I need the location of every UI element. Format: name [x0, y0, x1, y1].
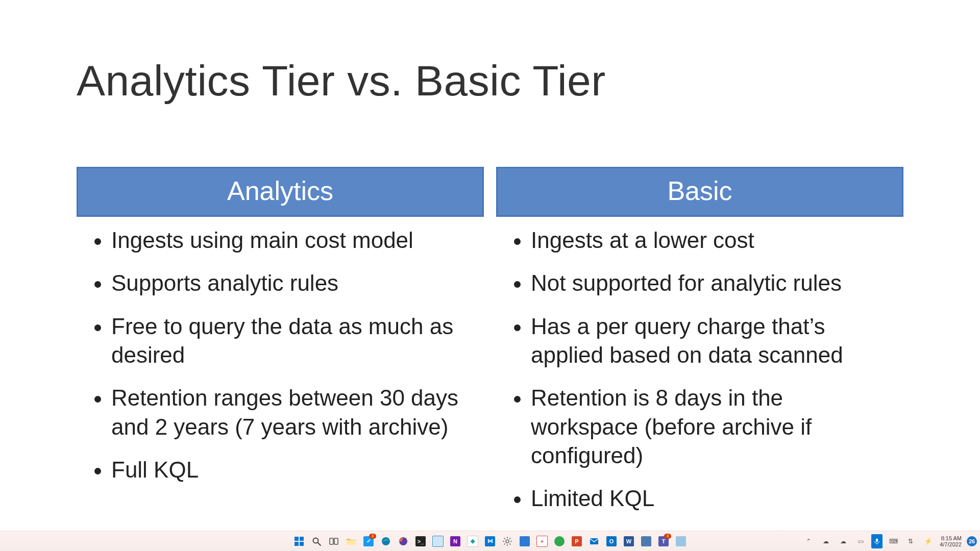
tray-voice-typing[interactable] — [871, 534, 883, 548]
microphone-icon — [873, 538, 880, 545]
taskbar-app-snip[interactable]: + — [535, 535, 549, 548]
start-button[interactable] — [292, 535, 306, 548]
power-icon: ⚡ — [924, 538, 932, 545]
bullet-item: Ingests using main cost model — [111, 226, 479, 255]
network-icon: ⇅ — [908, 538, 913, 545]
windows-taskbar: ✓ 3 >_ N ◆ ⋈ — [0, 531, 980, 551]
taskbar-app-outlook[interactable]: O — [605, 535, 618, 548]
keyboard-icon: ⌨ — [889, 538, 898, 545]
svg-rect-0 — [295, 537, 299, 541]
cloud-icon: ☁ — [823, 538, 829, 545]
clock-date: 4/7/2022 — [940, 541, 962, 547]
search-icon — [311, 536, 322, 546]
svg-line-5 — [318, 543, 321, 545]
windows-icon — [294, 536, 304, 546]
svg-rect-8 — [347, 540, 356, 545]
taskbar-app-mail[interactable] — [587, 535, 601, 548]
taskbar-app-word[interactable]: W — [622, 535, 635, 548]
svg-point-4 — [313, 538, 318, 543]
search-button[interactable] — [310, 535, 323, 548]
app-letter: ⋈ — [487, 538, 493, 544]
svg-point-9 — [382, 537, 390, 545]
taskbar-app-window-swap[interactable] — [674, 535, 688, 548]
app-letter: O — [609, 538, 614, 544]
bullet-item: Retention ranges between 30 days and 2 y… — [111, 384, 479, 441]
clock-time: 8:15 AM — [940, 535, 962, 541]
taskbar-app-photos[interactable] — [518, 535, 531, 548]
app-letter: P — [575, 538, 578, 544]
bullet-item: Has a per query charge that’s applied ba… — [531, 312, 898, 370]
app-letter: N — [453, 538, 457, 544]
taskbar-app-onenote[interactable]: N — [449, 535, 462, 548]
file-explorer-button[interactable] — [345, 535, 358, 548]
svg-rect-1 — [300, 537, 304, 541]
tray-network[interactable]: ⇅ — [904, 535, 917, 548]
edge-icon — [381, 536, 391, 546]
notification-count: 26 — [969, 538, 975, 544]
app-letter: ◆ — [471, 538, 475, 544]
tray-touch-keyboard[interactable]: ⌨ — [887, 535, 900, 548]
app-badge: 3 — [369, 534, 376, 539]
taskbar-clock[interactable]: 8:15 AM 4/7/2022 — [939, 535, 963, 547]
column-header-analytics: Analytics — [77, 167, 484, 217]
bullet-item: Limited KQL — [531, 484, 898, 513]
gear-icon — [502, 536, 512, 546]
tray-show-hidden-button[interactable]: ⌃ — [802, 535, 815, 548]
firefox-icon — [398, 536, 408, 546]
taskbar-app-calculator[interactable] — [640, 535, 653, 548]
column-body-basic: Ingests at a lower cost Not supported fo… — [496, 217, 903, 528]
bullet-item: Full KQL — [111, 456, 479, 484]
slide-title: Analytics Tier vs. Basic Tier — [77, 56, 903, 106]
taskbar-app-edge[interactable] — [379, 535, 393, 548]
taskbar-app-teams[interactable]: T 3 — [657, 535, 670, 548]
tray-power-mode[interactable]: ⚡ — [921, 535, 935, 548]
chevron-up-icon: ⌃ — [806, 538, 811, 545]
svg-rect-2 — [295, 542, 299, 546]
svg-line-18 — [509, 538, 510, 539]
comparison-grid: Analytics Ingests using main cost model … — [77, 167, 903, 528]
bullet-item: Supports analytic rules — [111, 269, 479, 297]
taskbar-app-power-automate[interactable]: ◆ — [466, 535, 479, 548]
battery-icon: ▭ — [858, 538, 864, 545]
bullet-item: Not supported for analytic rules — [531, 269, 898, 297]
svg-line-16 — [504, 538, 505, 539]
svg-point-11 — [506, 540, 509, 543]
taskbar-app-todo[interactable]: ✓ 3 — [362, 535, 375, 548]
task-view-button[interactable] — [327, 535, 340, 548]
folder-icon — [346, 536, 356, 546]
notifications-button[interactable]: 26 — [967, 536, 977, 546]
taskbar-center: ✓ 3 >_ N ◆ ⋈ — [292, 531, 688, 551]
svg-line-17 — [509, 543, 510, 544]
column-basic: Basic Ingests at a lower cost Not suppor… — [496, 167, 903, 528]
taskbar-app-maps[interactable] — [553, 535, 566, 548]
app-letter: T — [662, 538, 666, 544]
taskbar-app-vscode[interactable]: ⋈ — [483, 535, 497, 548]
bullet-item: Ingests at a lower cost — [531, 226, 898, 255]
presentation-slide: Analytics Tier vs. Basic Tier Analytics … — [0, 0, 980, 531]
tray-onedrive-personal[interactable]: ☁ — [819, 535, 832, 548]
cloud-icon: ☁ — [840, 538, 846, 545]
app-badge: 3 — [664, 534, 671, 539]
svg-rect-20 — [590, 538, 598, 544]
column-header-basic: Basic — [496, 167, 903, 217]
svg-rect-6 — [330, 538, 333, 544]
taskbar-app-settings[interactable] — [501, 535, 514, 548]
taskbar-app-firefox[interactable] — [397, 535, 410, 548]
taskbar-app-notepad[interactable] — [431, 535, 445, 548]
mail-icon — [589, 536, 599, 546]
bullet-item: Free to query the data as much as desire… — [111, 312, 479, 370]
column-analytics: Analytics Ingests using main cost model … — [77, 167, 484, 528]
bullet-item: Retention is 8 days in the workspace (be… — [531, 384, 898, 470]
taskbar-app-powerpoint[interactable]: P — [570, 535, 583, 548]
app-letter: + — [541, 538, 544, 544]
tray-onedrive-work[interactable]: ☁ — [837, 535, 850, 548]
taskbar-tray: ⌃ ☁ ☁ ▭ ⌨ ⇅ ⚡ 8:15 AM 4 — [802, 531, 977, 552]
app-letter: ✓ — [366, 538, 371, 544]
app-letter: W — [626, 538, 631, 544]
svg-rect-3 — [300, 542, 304, 546]
tray-battery[interactable]: ▭ — [854, 535, 867, 548]
svg-line-19 — [504, 543, 505, 544]
taskbar-app-terminal[interactable]: >_ — [414, 535, 427, 548]
column-body-analytics: Ingests using main cost model Supports a… — [77, 217, 484, 498]
task-view-icon — [329, 536, 339, 546]
